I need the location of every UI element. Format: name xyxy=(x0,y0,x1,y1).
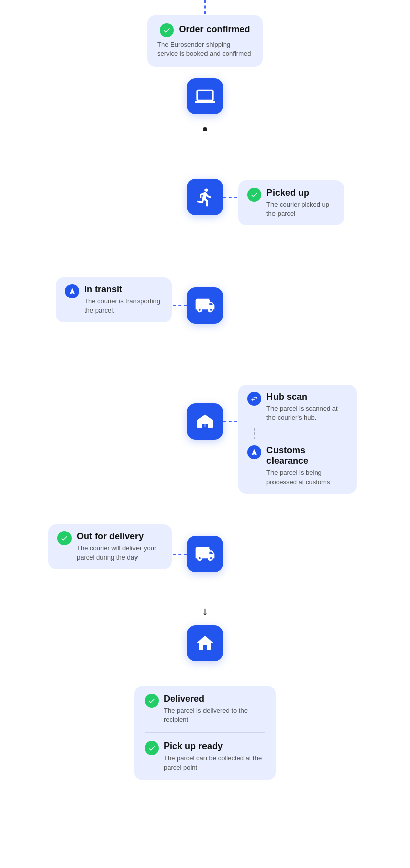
out-delivery-card: Out for delivery The courier will delive… xyxy=(48,524,172,569)
picked-up-desc: The courier picked up the parcel xyxy=(266,200,335,218)
order-confirmed-title: Order confirmed xyxy=(179,24,250,35)
in-transit-node xyxy=(187,287,223,324)
customs-nav-icon xyxy=(247,445,261,459)
pickup-ready-desc: The parcel can be collected at the parce… xyxy=(164,754,265,772)
hub-scan-desc: The parcel is scanned at the courier's h… xyxy=(266,404,348,422)
out-delivery-node xyxy=(187,536,223,572)
delivered-title: Delivered xyxy=(164,694,265,704)
picked-up-card: Picked up The courier picked up the parc… xyxy=(238,180,344,225)
out-delivery-title: Out for delivery xyxy=(77,531,163,542)
customs-desc: The parcel is being processed at customs xyxy=(266,468,348,486)
in-transit-nav-icon xyxy=(65,284,79,298)
out-delivery-desc: The courier will deliver your parcel dur… xyxy=(77,544,163,562)
delivered-card: Delivered The parcel is delivered to the… xyxy=(134,686,276,780)
card-separator xyxy=(145,732,265,733)
picked-up-title: Picked up xyxy=(266,188,335,198)
pickup-ready-title: Pick up ready xyxy=(164,741,265,752)
customs-title: Customs clearance xyxy=(266,445,348,466)
delivered-check-icon xyxy=(145,694,159,708)
picked-up-check-icon xyxy=(247,188,261,202)
picked-up-node xyxy=(187,179,223,215)
in-transit-title: In transit xyxy=(84,284,163,295)
timeline-dot xyxy=(203,127,207,131)
order-confirmed-check-icon xyxy=(160,23,174,37)
in-transit-card: In transit The courier is transporting t… xyxy=(56,277,172,322)
home-node xyxy=(187,625,223,661)
hub-node xyxy=(187,403,223,440)
order-confirmed-card: Order confirmed The Eurosender shipping … xyxy=(147,15,263,67)
out-delivery-check-icon xyxy=(57,531,72,545)
order-confirmed-desc: The Eurosender shipping service is booke… xyxy=(157,40,253,58)
order-confirmed-node xyxy=(187,78,223,114)
delivered-desc: The parcel is delivered to the recipient xyxy=(164,706,265,724)
pickup-ready-check-icon xyxy=(145,741,159,755)
hub-scan-icon xyxy=(247,392,261,406)
in-transit-desc: The courier is transporting the parcel. xyxy=(84,297,163,315)
hub-scan-title: Hub scan xyxy=(266,392,348,402)
hub-customs-card: Hub scan The parcel is scanned at the co… xyxy=(238,385,357,494)
timeline: Order confirmed The Eurosender shipping … xyxy=(0,0,410,45)
arrow-down-icon: ↓ xyxy=(202,605,208,618)
